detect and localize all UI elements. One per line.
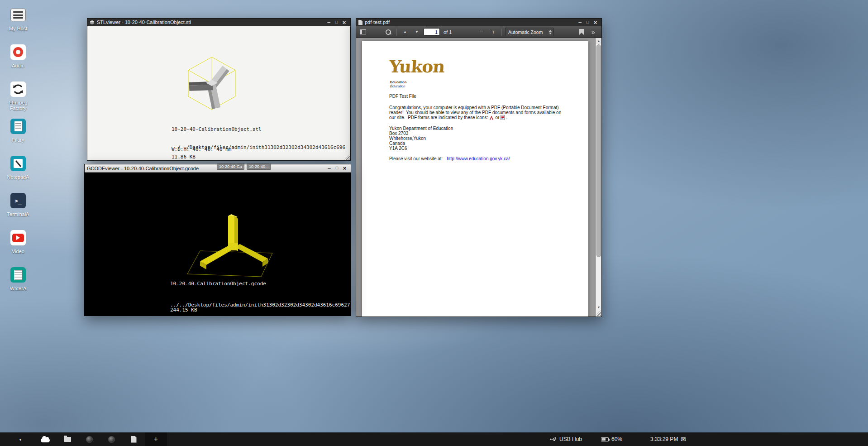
audio-icon (10, 44, 26, 60)
desktop-icon-terminala[interactable]: >_ TerminalA (4, 192, 33, 229)
desktop-file-calibration-stl[interactable]: 10-20-40-Ca (217, 163, 244, 170)
education-website-link[interactable]: http://www.education.gov.yk.ca/ (447, 156, 510, 161)
gcodeviewer-window: GCODEviewer - 10-20-40-CalibrationObject… (84, 164, 351, 316)
close-button[interactable]: × (591, 19, 599, 26)
scroll-up-arrow[interactable]: ▲ (596, 38, 601, 44)
pdf-titlebar[interactable]: pdf-test.pdf – □ × (356, 19, 601, 26)
gcode-object (200, 214, 268, 269)
mail-tray-item[interactable]: ✉ (681, 432, 686, 446)
battery-icon (601, 437, 609, 441)
taskbar-cloud-button[interactable] (34, 432, 56, 446)
previous-page-button[interactable]: ▲ (400, 28, 410, 37)
pdf-toolbar: ▲ ▼ of 1 − + Automatic Zoom » (356, 26, 601, 38)
folder-icon (64, 437, 71, 442)
toolbar-separator (396, 29, 397, 36)
terminal-icon: >_ (10, 193, 26, 208)
desktop-file-label: 10-20-40-Ca (219, 164, 242, 169)
minimize-button[interactable]: – (576, 19, 584, 26)
stl-file-size: 11.86 KB (172, 154, 196, 160)
close-button[interactable]: × (341, 165, 348, 172)
pdf-viewer-window: pdf-test.pdf – □ × ▲ ▼ of 1 − + Automati… (356, 18, 602, 317)
pdf-form-icon (501, 115, 505, 120)
desktop-icon-my-host[interactable]: My Host (4, 6, 33, 43)
desktop-icon-audio[interactable]: Audio (4, 43, 33, 81)
secondary-toolbar-button[interactable]: » (588, 28, 598, 37)
clock: 3:33:29 PM (650, 432, 678, 446)
next-page-button[interactable]: ▼ (412, 28, 422, 37)
stlviewer-app-icon (86, 436, 93, 443)
desktop-file-calibration-gcode[interactable]: 10-20-40... (247, 163, 271, 170)
taskbar-gcodeviewer-button[interactable] (100, 432, 123, 446)
maximize-button[interactable]: □ (333, 165, 341, 172)
desktop-icon-label: Filary (12, 137, 24, 143)
address-line: Canada (389, 141, 405, 146)
gcodeviewer-app-icon (108, 436, 115, 443)
document-icon (131, 436, 137, 443)
bookmark-icon (579, 29, 584, 35)
address-line: Whitehorse,Yukon (389, 136, 426, 141)
battery-percentage: 60% (611, 436, 622, 442)
desktop-icon-video[interactable]: Video (4, 229, 33, 266)
address-line: Y1A 2C6 (389, 146, 407, 151)
desktop-icon-label: WriterA (10, 286, 26, 291)
desktop-icon-column: My Host Audio FFmpeg Factory Filary Note… (4, 6, 33, 303)
gcode-file-name: 10-20-40-CalibrationObject.gcode (170, 281, 266, 287)
file-manager-icon (10, 119, 26, 134)
search-icon (385, 29, 391, 35)
minimize-button[interactable]: – (325, 19, 333, 26)
scrollbar-thumb[interactable] (596, 44, 601, 257)
desktop-icon-ffmpeg-factory[interactable]: FFmpeg Factory (4, 81, 33, 118)
cloud-icon (41, 438, 50, 442)
desktop-file-label: 10-20-40... (249, 164, 269, 169)
stl-window-title: STLviewer - 10-20-40-CalibrationObject.s… (97, 19, 191, 25)
maximize-button[interactable]: □ (333, 19, 340, 26)
website-line: Please visit our website at: http://www.… (389, 156, 510, 161)
stlviewer-app-icon (90, 20, 95, 25)
stl-titlebar[interactable]: STLviewer - 10-20-40-CalibrationObject.s… (87, 19, 350, 26)
scroll-down-arrow[interactable]: ▼ (596, 304, 601, 310)
gcode-file-size: 244.15 KB (170, 307, 197, 313)
page-number-input[interactable] (424, 28, 440, 36)
pdf-content-area[interactable]: Yukon Education Éducation PDF Test File … (356, 38, 601, 317)
calibration-object (189, 66, 229, 109)
taskbar-stlviewer-button[interactable] (78, 432, 100, 446)
taskbar-chevron-icon[interactable]: ▾ (15, 432, 25, 446)
dropdown-caret-icon (547, 28, 553, 36)
sidebar-toggle-icon (360, 29, 366, 34)
writer-document-icon (10, 267, 26, 283)
desktop-icon-label: Audio (12, 63, 24, 68)
taskbar-pdf-button[interactable] (123, 432, 145, 446)
desktop-icon-filary[interactable]: Filary (4, 118, 33, 155)
minimize-button[interactable]: – (325, 165, 333, 172)
bookmark-button[interactable] (577, 28, 587, 37)
usb-hub-label: USB Hub (559, 436, 582, 442)
desktop-icon-notepada[interactable]: NotepadA (4, 155, 33, 192)
website-label: Please visit our website at: (389, 156, 444, 161)
taskbar: ▾ + USB Hub 60% 3:33:29 PM ✉ (0, 432, 868, 446)
pdf-window-title: pdf-test.pdf (365, 19, 390, 25)
zoom-select-dropdown[interactable]: Automatic Zoom (505, 28, 554, 36)
vertical-scrollbar[interactable]: ▲ ▼ (596, 38, 601, 317)
yukon-logo-education: Education (390, 80, 406, 84)
acrobat-pdf-icon (489, 115, 494, 120)
gcode-3d-viewport[interactable]: 10-20-40-CalibrationObject.gcode ../../D… (85, 173, 351, 316)
zoom-out-button[interactable]: − (477, 28, 486, 37)
sidebar-toggle-button[interactable] (358, 28, 368, 37)
usb-hub-tray-item[interactable]: USB Hub (550, 432, 582, 446)
taskbar-new-button[interactable]: + (145, 432, 167, 446)
stl-dimensions: W,D,H: 40, 40, 40 mm (172, 147, 231, 152)
address-line: Box 2703 (389, 131, 408, 136)
close-button[interactable]: × (340, 19, 348, 26)
taskbar-folder-button[interactable] (56, 432, 78, 446)
usb-icon (550, 436, 557, 442)
address-line: Yukon Department of Education (389, 126, 453, 131)
desktop-icon-writera[interactable]: WriterA (4, 266, 33, 303)
zoom-in-button[interactable]: + (488, 28, 498, 37)
zoom-select-value: Automatic Zoom (508, 29, 543, 35)
find-button[interactable] (383, 28, 393, 37)
battery-tray-item[interactable]: 60% (601, 432, 622, 446)
pdf-body-text: reader! You should be able to view any o… (389, 110, 561, 115)
stl-3d-viewport[interactable]: 10-20-40-CalibrationObject.stl ../../Des… (87, 26, 350, 160)
pdf-app-icon (358, 20, 362, 25)
maximize-button[interactable]: □ (584, 19, 591, 26)
